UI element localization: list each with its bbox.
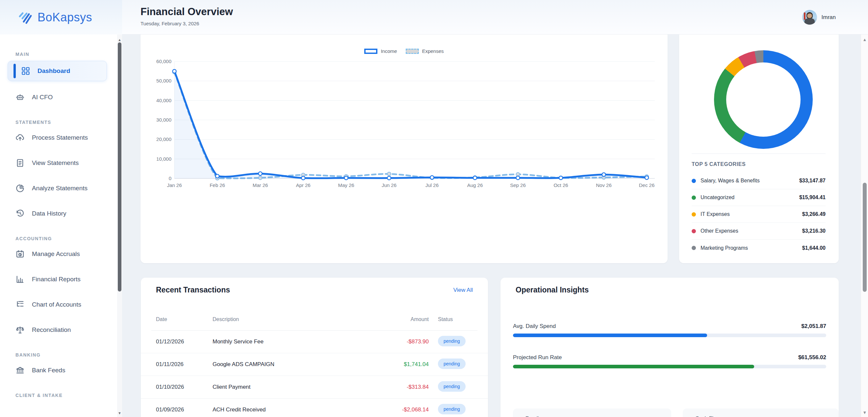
- main-scroll-thumb[interactable]: [863, 183, 867, 292]
- top-categories-title: TOP 5 CATEGORIES: [692, 161, 746, 167]
- sidebar-section-label: MAIN: [16, 51, 116, 57]
- main-scroll-up-icon[interactable]: ▲: [861, 37, 868, 42]
- category-dot: [692, 179, 696, 183]
- svg-text:40,000: 40,000: [156, 98, 172, 103]
- document-icon: [16, 159, 25, 168]
- category-row[interactable]: Marketing Programs$1,644.00: [692, 240, 826, 256]
- calendar-clock-icon: [16, 249, 25, 258]
- legend-item-expenses[interactable]: Expenses: [406, 48, 444, 54]
- sidebar-item-reconciliation[interactable]: Reconciliation: [0, 317, 116, 342]
- svg-text:50,000: 50,000: [156, 78, 172, 83]
- column-header-date: Date: [156, 316, 167, 322]
- brand-logo-icon: [19, 10, 34, 25]
- svg-text:Sep 26: Sep 26: [510, 182, 526, 188]
- sidebar-nav: MAINDashboardAI CFOSTATEMENTSProcess Sta…: [0, 35, 116, 398]
- transactions-title: Recent Transactions: [156, 285, 230, 294]
- sidebar-item-chart-of-accounts[interactable]: Chart of Accounts: [0, 292, 116, 317]
- table-row[interactable]: 01/11/2026Google ADS CAMPAIGN$1,741.04pe…: [141, 353, 488, 376]
- avatar[interactable]: [802, 10, 817, 25]
- sidebar-item-process-statements[interactable]: Process Statements: [0, 125, 116, 150]
- sidebar-item-bank-feeds[interactable]: Bank Feeds: [0, 357, 116, 383]
- main-scrollbar[interactable]: ▲ ▼: [861, 35, 868, 417]
- sidebar-section-label: CLIENT & INTAKE: [16, 393, 116, 398]
- sidebar-scroll-down-icon[interactable]: ▼: [117, 411, 122, 415]
- mini-card-pending[interactable]: Pending33Click to view: [513, 409, 671, 417]
- transaction-amount: -$313.84: [407, 384, 429, 390]
- legend-swatch-income: [364, 49, 377, 54]
- transaction-description: Google ADS CAMPAIGN: [213, 361, 274, 368]
- svg-text:Aug 26: Aug 26: [467, 182, 483, 188]
- sidebar-scroll-thumb[interactable]: [118, 42, 121, 291]
- sidebar-item-view-statements[interactable]: View Statements: [0, 150, 116, 175]
- transactions-header-row: DateDescriptionAmountStatus: [141, 316, 488, 326]
- transaction-amount: -$2,068.14: [402, 407, 429, 413]
- sidebar-item-label: View Statements: [32, 160, 79, 167]
- categories-card: TOP 5 CATEGORIES Salary, Wages & Benefit…: [679, 35, 839, 263]
- pie-chart-icon: [16, 184, 25, 193]
- progress-fill: [513, 334, 707, 337]
- svg-text:10,000: 10,000: [156, 156, 172, 162]
- category-row[interactable]: Salary, Wages & Benefits$33,147.87: [692, 173, 826, 189]
- category-label: Marketing Programs: [701, 245, 802, 251]
- sidebar-item-ai-cfo[interactable]: AI CFO: [0, 84, 116, 110]
- sidebar-scrollbar[interactable]: ▲ ▼: [117, 35, 122, 417]
- svg-text:30,000: 30,000: [156, 117, 172, 123]
- sidebar-item-data-history[interactable]: Data History: [0, 201, 116, 226]
- view-all-link[interactable]: View All: [454, 287, 473, 293]
- transaction-date: 01/10/2026: [156, 384, 184, 390]
- insights-title: Operational Insights: [516, 285, 589, 294]
- svg-text:Mar 26: Mar 26: [253, 182, 268, 188]
- income-expenses-card: IncomeExpenses 010,00020,00030,00040,000…: [141, 35, 668, 263]
- metric-label: Avg. Daily Spend: [513, 323, 556, 329]
- sidebar-section-label: ACCOUNTING: [16, 236, 116, 241]
- category-value: $3,216.30: [802, 228, 826, 234]
- category-value: $15,904.41: [799, 195, 826, 201]
- page-title: Financial Overview: [141, 6, 233, 18]
- svg-text:Feb 26: Feb 26: [210, 182, 225, 188]
- sidebar-item-dashboard[interactable]: Dashboard: [7, 61, 107, 81]
- category-row[interactable]: Other Expenses$3,216.30: [692, 223, 826, 240]
- legend-swatch-expenses: [406, 49, 419, 54]
- sidebar-scroll-up-icon[interactable]: ▲: [117, 38, 122, 42]
- category-donut-chart[interactable]: [714, 50, 813, 149]
- svg-text:Apr 26: Apr 26: [296, 182, 310, 188]
- table-row[interactable]: 01/10/2026Client Payment-$313.84pending: [141, 376, 488, 398]
- sidebar-item-analyze-statements[interactable]: Analyze Statements: [0, 175, 116, 201]
- category-dot: [692, 229, 696, 233]
- operational-insights-card: Operational Insights Avg. Daily Spend$2,…: [500, 278, 839, 417]
- svg-text:Dec 26: Dec 26: [639, 182, 655, 188]
- sidebar-item-financial-reports[interactable]: Financial Reports: [0, 267, 116, 292]
- category-row[interactable]: Uncategorized$15,904.41: [692, 189, 826, 206]
- legend-label: Income: [381, 48, 397, 54]
- page-header: Financial Overview Tuesday, February 3, …: [122, 0, 868, 35]
- sidebar-item-manage-accruals[interactable]: Manage Accruals: [0, 241, 116, 267]
- brand-logo[interactable]: BoKapsys: [19, 10, 92, 25]
- svg-text:Nov 26: Nov 26: [596, 182, 612, 188]
- category-value: $33,147.87: [799, 178, 826, 184]
- category-row[interactable]: IT Expenses$3,266.49: [692, 206, 826, 223]
- transaction-date: 01/11/2026: [156, 361, 184, 368]
- svg-text:Jun 26: Jun 26: [382, 182, 397, 188]
- sidebar-item-label: Financial Reports: [32, 276, 81, 283]
- transaction-date: 01/09/2026: [156, 407, 184, 413]
- table-row[interactable]: 01/09/2026ACH Credit Received-$2,068.14p…: [141, 398, 488, 417]
- logo-area: BoKapsys: [0, 0, 122, 35]
- mini-card-cash-flow: Cash FlowNegative: [683, 409, 839, 417]
- category-label: Salary, Wages & Benefits: [701, 178, 799, 184]
- sidebar-item-label: Process Statements: [32, 134, 88, 141]
- transaction-date: 01/12/2026: [156, 339, 184, 345]
- bar-chart-icon: [16, 275, 25, 284]
- sidebar-item-label: Bank Feeds: [32, 367, 65, 374]
- main-scroll-down-icon[interactable]: ▼: [861, 410, 868, 415]
- page-date: Tuesday, February 3, 2026: [141, 21, 199, 26]
- column-header-description: Description: [213, 316, 239, 322]
- column-header-status: Status: [438, 316, 453, 322]
- tree-list-icon: [16, 300, 25, 309]
- user-menu[interactable]: Imran: [802, 10, 836, 25]
- transaction-amount: -$873.90: [407, 339, 429, 345]
- svg-text:Jan 26: Jan 26: [167, 182, 182, 188]
- sidebar-item-label: Dashboard: [37, 67, 70, 75]
- legend-label: Expenses: [422, 48, 444, 54]
- table-row[interactable]: 01/12/2026Monthly Service Fee-$873.90pen…: [141, 331, 488, 353]
- legend-item-income[interactable]: Income: [364, 48, 397, 54]
